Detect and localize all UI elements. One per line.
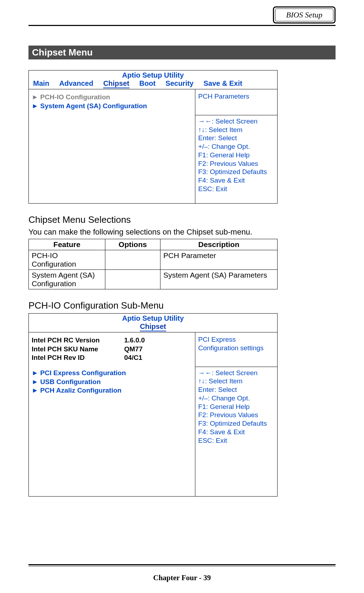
aptio-title: Aptio Setup Utility — [29, 314, 277, 322]
spacer — [32, 362, 192, 369]
header-badge: BIOS Setup — [273, 6, 336, 23]
key-line: ↑↓: Select Item — [198, 377, 274, 385]
aptio-key-help: →←: Select Screen ↑↓: Select Item Enter:… — [195, 115, 277, 203]
table-row: System Agent (SA) Configuration System A… — [29, 270, 278, 289]
td-description: System Agent (SA) Parameters — [160, 270, 278, 289]
aptio-chipset-box: Aptio Setup Utility Main Advanced Chipse… — [28, 70, 278, 204]
aptio-key-help: →←: Select Screen ↑↓: Select Item Enter:… — [195, 367, 277, 497]
tab-chipset[interactable]: Chipset — [140, 322, 166, 331]
key-line: F2: Previous Values — [198, 411, 274, 419]
aptio-body: ► PCH-IO Configuration ► System Agent (S… — [29, 89, 277, 203]
pchio-subheading: PCH-IO Configuration Sub-Menu — [28, 300, 336, 311]
th-options: Options — [105, 239, 160, 250]
info-row: Intel PCH Rev ID 04/C1 — [32, 353, 192, 362]
aptio-help-text: PCI Express Configuration settings — [195, 332, 277, 367]
info-label: Intel PCH Rev ID — [32, 353, 124, 362]
key-line: F1: General Help — [198, 151, 274, 159]
table-row: PCH-IO Configuration PCH Parameter — [29, 250, 278, 270]
info-label: Intel PCH SKU Name — [32, 345, 124, 354]
info-row: Intel PCH RC Version 1.6.0.0 — [32, 336, 192, 345]
menu-item-pchio[interactable]: ► PCH-IO Configuration — [32, 93, 192, 102]
info-row: Intel PCH SKU Name QM77 — [32, 345, 192, 354]
key-line: F4: Save & Exit — [198, 176, 274, 185]
key-line: F2: Previous Values — [198, 159, 274, 168]
aptio-title: Aptio Setup Utility — [29, 70, 277, 79]
menu-item-sa[interactable]: ► System Agent (SA) Configuration — [32, 102, 192, 111]
selections-heading: Chipset Menu Selections — [28, 214, 336, 225]
footer: Chapter Four - 39 — [28, 564, 336, 582]
key-line: +/–: Change Opt. — [198, 142, 274, 151]
key-line: ESC: Exit — [198, 436, 274, 445]
key-line: F3: Optimized Defaults — [198, 419, 274, 428]
info-value: 1.6.0.0 — [124, 336, 145, 345]
tab-saveexit[interactable]: Save & Exit — [204, 79, 242, 88]
aptio-help-text: PCH Parameters — [195, 89, 277, 115]
tab-main[interactable]: Main — [33, 79, 49, 88]
tab-chipset[interactable]: Chipset — [103, 79, 129, 88]
top-rule — [28, 25, 336, 26]
td-options — [105, 250, 160, 270]
key-line: ESC: Exit — [198, 185, 274, 193]
key-line: →←: Select Screen — [198, 369, 274, 377]
key-line: F3: Optimized Defaults — [198, 168, 274, 176]
selections-table: Feature Options Description PCH-IO Confi… — [28, 239, 278, 289]
key-line: F1: General Help — [198, 403, 274, 411]
menu-item-azaliz[interactable]: ► PCH Azaliz Configuration — [32, 386, 192, 395]
tab-advanced[interactable]: Advanced — [59, 79, 94, 88]
table-header-row: Feature Options Description — [29, 239, 278, 250]
tab-boot[interactable]: Boot — [139, 79, 156, 88]
footer-rule — [28, 564, 336, 566]
header-badge-text: BIOS Setup — [275, 9, 333, 21]
selections-intro: You can make the following selections on… — [28, 227, 336, 237]
key-line: ↑↓: Select Item — [198, 126, 274, 134]
td-description: PCH Parameter — [160, 250, 278, 270]
td-feature: PCH-IO Configuration — [29, 250, 105, 270]
menu-item-pcie[interactable]: ► PCI Express Configuration — [32, 369, 192, 378]
section-title: Chipset Menu — [28, 46, 336, 59]
aptio-pchio-box: Aptio Setup Utility Chipset Intel PCH RC… — [28, 313, 278, 497]
key-line: Enter: Select — [198, 385, 274, 394]
key-line: →←: Select Screen — [198, 117, 274, 126]
footer-text: Chapter Four - 39 — [28, 573, 336, 582]
th-description: Description — [160, 239, 278, 250]
tab-security[interactable]: Security — [165, 79, 194, 88]
td-options — [105, 270, 160, 289]
key-line: F4: Save & Exit — [198, 428, 274, 436]
tab-row-single: Chipset — [29, 322, 277, 332]
info-value: 04/C1 — [124, 353, 142, 362]
aptio-right-panel: PCH Parameters →←: Select Screen ↑↓: Sel… — [195, 89, 277, 203]
menu-item-usb[interactable]: ► USB Configuration — [32, 378, 192, 387]
key-line: Enter: Select — [198, 134, 274, 142]
info-value: QM77 — [124, 345, 143, 354]
info-label: Intel PCH RC Version — [32, 336, 124, 345]
td-feature: System Agent (SA) Configuration — [29, 270, 105, 289]
aptio-left-panel: Intel PCH RC Version 1.6.0.0 Intel PCH S… — [29, 332, 195, 496]
key-line: +/–: Change Opt. — [198, 394, 274, 403]
aptio-left-panel: ► PCH-IO Configuration ► System Agent (S… — [29, 89, 195, 203]
aptio-body: Intel PCH RC Version 1.6.0.0 Intel PCH S… — [29, 332, 277, 496]
aptio-right-panel: PCI Express Configuration settings →←: S… — [195, 332, 277, 496]
th-feature: Feature — [29, 239, 105, 250]
tab-row: Main Advanced Chipset Boot Security Save… — [29, 79, 277, 89]
